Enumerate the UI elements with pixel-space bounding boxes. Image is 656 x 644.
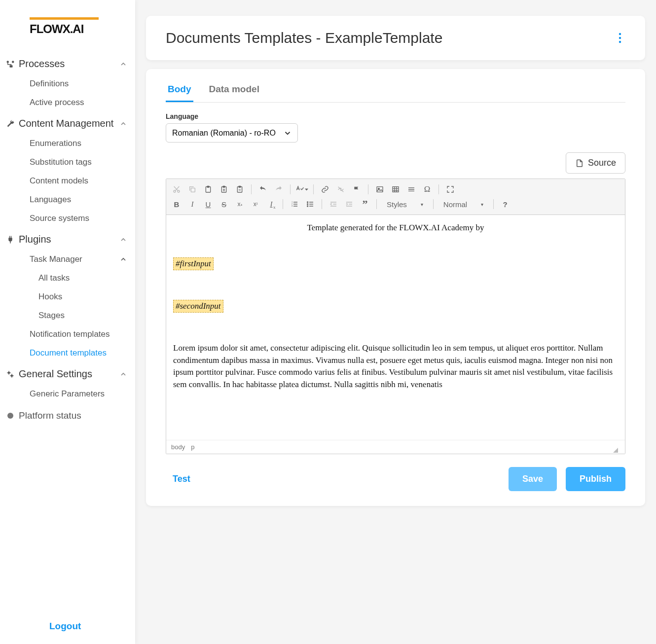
svg-point-1 [12,61,14,63]
copy-icon[interactable] [186,183,199,196]
svg-point-8 [619,41,621,43]
image-icon[interactable] [373,183,386,196]
status-path-p[interactable]: p [191,443,194,451]
nav-item-generic-parameters[interactable]: Generic Parameters [30,385,135,403]
nav-item-content-models[interactable]: Content models [30,172,135,190]
nav-item-stages[interactable]: Stages [38,306,135,325]
more-menu-button[interactable] [615,31,625,45]
paste-icon[interactable] [202,183,215,196]
redo-icon[interactable] [272,183,285,196]
svg-rect-19 [377,187,383,192]
subscript-icon[interactable]: x₂ [233,198,246,211]
nav-platform-status[interactable]: Platform status [0,404,135,427]
chevron-up-icon [119,60,127,68]
plug-icon [5,235,16,244]
format-dropdown[interactable]: Normal▾ [438,199,488,210]
nav-item-definitions[interactable]: Definitions [30,74,135,93]
nav-subgroup-task-manager[interactable]: Task Manager [0,250,135,269]
svg-rect-17 [239,186,241,187]
bullet-list-icon[interactable] [304,198,317,211]
editor-heading-line: Template generated for the FLOWX.AI Acad… [173,223,618,233]
language-label: Language [166,112,625,120]
template-token-firstinput[interactable]: #firstInput [173,257,214,270]
document-icon [575,158,584,168]
main: Documents Templates - ExampleTemplate Bo… [135,0,656,644]
svg-point-0 [7,61,9,63]
nav-group-processes[interactable]: Processes [0,53,135,74]
brand-text: FLOWX.AI [30,22,118,36]
svg-rect-13 [207,186,209,187]
undo-icon[interactable] [256,183,269,196]
chevron-up-icon [119,370,127,378]
numbered-list-icon[interactable]: 123 [288,198,301,211]
editor-paragraph: Lorem ipsum dolor sit amet, consectetur … [173,342,618,391]
unlink-icon[interactable] [334,183,347,196]
nav: Processes Definitions Active process Con… [0,48,135,608]
outdent-icon[interactable] [327,198,340,211]
superscript-icon[interactable]: x² [249,198,262,211]
rich-text-editor: W [166,179,625,454]
save-button[interactable]: Save [509,467,557,491]
tab-body[interactable]: Body [166,79,193,102]
spellcheck-icon[interactable] [295,183,308,196]
nav-item-notification-templates[interactable]: Notification templates [30,325,135,344]
special-char-icon[interactable]: Ω [421,183,434,196]
status-path-body[interactable]: body [171,443,185,451]
svg-point-6 [619,33,621,35]
strike-icon[interactable]: S [218,198,230,211]
remove-format-icon[interactable]: Ix [265,198,278,211]
sidebar: FLOWX.AI Processes Definitions Active pr… [0,0,135,644]
svg-point-25 [307,202,308,203]
table-icon[interactable] [389,183,402,196]
svg-text:3: 3 [292,205,293,207]
flag-icon[interactable] [350,183,363,196]
wrench-icon [5,119,16,128]
underline-icon[interactable]: U [202,198,215,211]
cut-icon[interactable] [170,183,183,196]
template-token-secondinput[interactable]: #secondInput [173,300,223,313]
svg-text:W: W [238,188,241,191]
svg-rect-2 [10,65,13,68]
svg-point-3 [8,371,10,374]
tab-data-model[interactable]: Data model [207,79,261,102]
styles-dropdown[interactable]: Styles▾ [382,199,428,210]
svg-rect-15 [223,186,225,187]
header-card: Documents Templates - ExampleTemplate [146,16,645,60]
test-button[interactable]: Test [166,474,190,484]
resize-handle-icon[interactable] [613,448,618,453]
horizontal-rule-icon[interactable] [405,183,418,196]
nav-item-document-templates[interactable]: Document templates [30,344,135,362]
paste-text-icon[interactable] [218,183,230,196]
nav-group-general-settings[interactable]: General Settings [0,363,135,385]
svg-rect-11 [191,188,195,192]
gears-icon [5,370,16,379]
editor-content[interactable]: Template generated for the FLOWX.AI Acad… [166,223,625,440]
help-icon[interactable]: ? [499,198,511,211]
nav-item-source-systems[interactable]: Source systems [30,209,135,228]
nav-item-substitution-tags[interactable]: Substitution tags [30,153,135,172]
logo: FLOWX.AI [0,0,135,48]
indent-icon[interactable] [343,198,356,211]
page-title: Documents Templates - ExampleTemplate [166,30,615,46]
nav-item-languages[interactable]: Languages [30,190,135,209]
nav-item-enumerations[interactable]: Enumerations [30,134,135,153]
paste-word-icon[interactable]: W [233,183,246,196]
nav-group-content-management[interactable]: Content Management [0,113,135,134]
italic-icon[interactable]: I [186,198,199,211]
publish-button[interactable]: Publish [566,467,625,491]
blockquote-icon[interactable]: ” [359,198,371,211]
status-dot-icon [5,411,16,420]
bold-icon[interactable]: B [170,198,183,211]
source-button[interactable]: Source [566,152,625,174]
logout-link[interactable]: Logout [49,621,81,631]
language-select[interactable]: Romanian (Romania) - ro-RO [166,123,298,143]
svg-point-5 [7,413,13,419]
maximize-icon[interactable] [444,183,457,196]
link-icon[interactable] [319,183,331,196]
nav-item-hooks[interactable]: Hooks [38,287,135,306]
svg-point-4 [11,374,13,377]
processes-icon [5,60,16,69]
nav-item-all-tasks[interactable]: All tasks [38,269,135,287]
nav-item-active-process[interactable]: Active process [30,93,135,112]
nav-group-plugins[interactable]: Plugins [0,229,135,250]
